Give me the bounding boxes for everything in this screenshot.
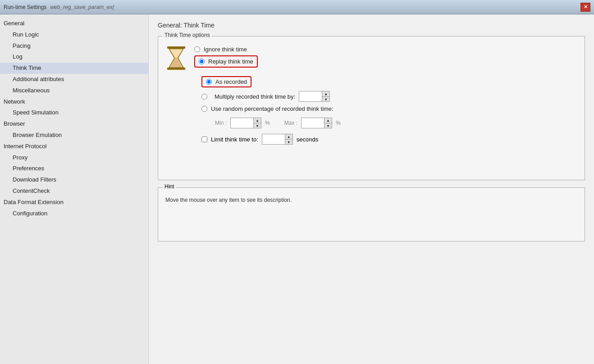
as-recorded-highlight: As recorded: [201, 76, 251, 87]
sidebar-item-configuration[interactable]: Configuration: [0, 208, 148, 219]
hourglass-icon: [165, 46, 187, 71]
ignore-think-time-row: Ignore think time: [194, 46, 577, 53]
sidebar-item-data-format-extension[interactable]: Data Format Extension: [0, 197, 148, 208]
close-button[interactable]: ✕: [580, 3, 590, 12]
ignore-think-time-radio[interactable]: [194, 46, 200, 52]
percent-max: %: [336, 120, 341, 126]
sidebar-item-internet-protocol[interactable]: Internet Protocol: [0, 141, 148, 152]
max-spin-up[interactable]: ▲: [324, 118, 332, 123]
main-container: General Run Logic Pacing Log Think Time …: [0, 14, 594, 364]
replay-think-time-radio[interactable]: [199, 59, 205, 64]
limit-checkbox[interactable]: [201, 136, 207, 142]
sidebar-item-content-check[interactable]: ContentCheck: [0, 186, 148, 197]
min-spin-up[interactable]: ▲: [254, 118, 261, 123]
multiply-spin: 1 ▲ ▼: [299, 91, 330, 102]
page-title: General: Think Time: [158, 22, 585, 29]
min-spin-down[interactable]: ▼: [254, 123, 261, 128]
min-spin-buttons: ▲ ▼: [253, 118, 261, 128]
think-time-group-box: Think Time options: [158, 36, 585, 180]
sidebar-item-proxy[interactable]: Proxy: [0, 152, 148, 164]
percent-min: %: [265, 120, 270, 126]
sidebar-item-network[interactable]: Network: [0, 96, 148, 108]
replay-think-time-highlight: Replay think time: [194, 55, 258, 68]
limit-value[interactable]: 1: [262, 135, 285, 143]
hint-content: Move the mouse over any item to see its …: [158, 188, 585, 230]
max-spin-buttons: ▲ ▼: [324, 118, 332, 128]
minmax-row: Min : 50 ▲ ▼ % Max : 150: [215, 118, 577, 128]
group-box-content: Ignore think time Replay think time: [158, 36, 585, 152]
replay-think-time-label[interactable]: Replay think time: [208, 58, 253, 65]
as-recorded-label[interactable]: As recorded: [215, 78, 247, 85]
multiply-spin-up[interactable]: ▲: [322, 91, 329, 96]
content-area: General: Think Time Think Time options: [149, 14, 594, 364]
limit-spin: 1 ▲ ▼: [262, 134, 293, 145]
limit-spin-up[interactable]: ▲: [285, 134, 292, 139]
sidebar-item-speed-simulation[interactable]: Speed Simulation: [0, 107, 148, 118]
min-value[interactable]: 50: [231, 119, 253, 127]
group-box-title: Think Time options: [163, 32, 212, 38]
sub-options: As recorded Multiply recorded think time…: [201, 76, 577, 145]
sidebar-item-miscellaneous[interactable]: Miscellaneous: [0, 85, 148, 96]
max-label: Max :: [284, 120, 297, 126]
sidebar-item-general[interactable]: General: [0, 18, 148, 29]
seconds-label: seconds: [297, 136, 318, 143]
sidebar-item-browser[interactable]: Browser: [0, 118, 148, 130]
sidebar-item-log[interactable]: Log: [0, 51, 148, 63]
sidebar-item-run-logic[interactable]: Run Logic: [0, 29, 148, 41]
sidebar-item-think-time[interactable]: Think Time: [0, 63, 148, 74]
min-label: Min :: [215, 120, 227, 126]
sidebar: General Run Logic Pacing Log Think Time …: [0, 14, 149, 364]
multiply-row: Multiply recorded think time by: 1 ▲ ▼: [201, 91, 577, 102]
ignore-think-time-label[interactable]: Ignore think time: [204, 46, 247, 53]
sidebar-item-preferences[interactable]: Preferences: [0, 163, 148, 174]
multiply-spin-buttons: ▲ ▼: [322, 91, 329, 101]
think-time-header: Ignore think time Replay think time: [165, 46, 577, 71]
title-bar-title: Run-time Settings: [4, 4, 46, 10]
title-bar-subtitle: web_reg_save_param_ex(: [50, 4, 114, 10]
max-spin: 150 ▲ ▼: [301, 118, 332, 128]
multiply-label[interactable]: Multiply recorded think time by:: [215, 93, 295, 100]
random-label[interactable]: Use random percentage of recorded think …: [211, 105, 334, 112]
sidebar-item-additional-attributes[interactable]: Additional attributes: [0, 74, 148, 85]
hint-box: Hint Move the mouse over any item to see…: [158, 187, 585, 241]
limit-spin-down[interactable]: ▼: [285, 139, 292, 144]
max-spin-down[interactable]: ▼: [324, 123, 332, 128]
limit-spin-buttons: ▲ ▼: [285, 134, 292, 144]
sidebar-item-browser-emulation[interactable]: Browser Emulation: [0, 130, 148, 141]
sidebar-item-download-filters[interactable]: Download Filters: [0, 174, 148, 186]
as-recorded-row: As recorded: [201, 76, 577, 87]
multiply-value[interactable]: 1: [299, 92, 322, 100]
hint-title: Hint: [163, 183, 176, 190]
as-recorded-radio[interactable]: [206, 79, 212, 85]
multiply-spin-down[interactable]: ▼: [322, 96, 329, 101]
limit-label[interactable]: Limit think time to:: [211, 136, 258, 143]
limit-row: Limit think time to: 1 ▲ ▼ seconds: [201, 134, 577, 145]
replay-think-time-row: Replay think time: [194, 55, 577, 68]
sidebar-item-pacing[interactable]: Pacing: [0, 41, 148, 52]
title-bar: Run-time Settings web_reg_save_param_ex(…: [0, 0, 594, 14]
title-bar-left: Run-time Settings web_reg_save_param_ex(: [4, 4, 114, 10]
multiply-radio[interactable]: [201, 94, 207, 100]
random-radio[interactable]: [201, 106, 207, 112]
min-spin: 50 ▲ ▼: [230, 118, 261, 128]
random-row: Use random percentage of recorded think …: [201, 105, 577, 112]
radio-options: Ignore think time Replay think time: [194, 46, 577, 70]
max-value[interactable]: 150: [302, 119, 324, 127]
